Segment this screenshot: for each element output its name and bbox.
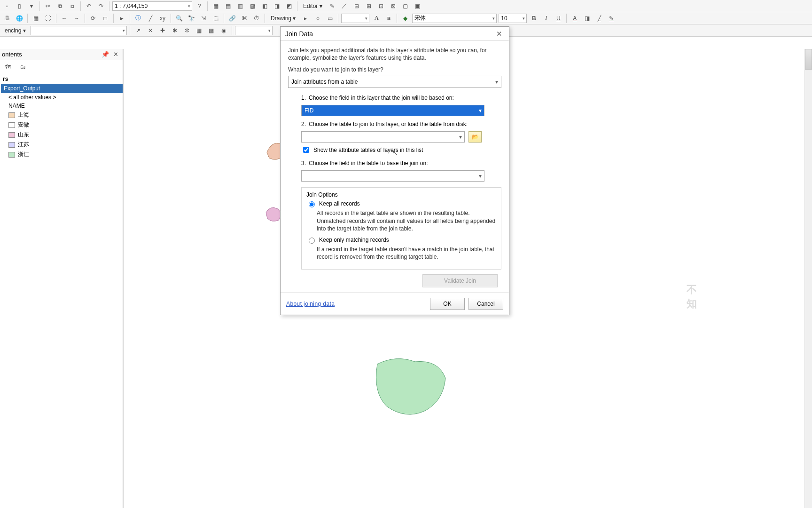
step1-field-select[interactable]: FID [301,105,484,116]
list-by-source-icon[interactable]: 🗂 [18,62,28,72]
tb-tool4-icon[interactable]: ▩ [247,1,258,11]
list-item[interactable]: 浙江 [0,150,123,159]
text-tool-icon[interactable]: A [371,13,382,24]
tb-new-icon[interactable]: ▫ [2,1,12,11]
tb-edit6-icon[interactable]: ⊠ [388,1,398,11]
forward-arrow-icon[interactable]: → [71,13,82,24]
close-icon[interactable]: ✕ [494,29,504,39]
tb-redo-icon[interactable]: ↷ [96,1,106,11]
binoculars-icon[interactable]: 🔭 [186,13,196,24]
stop-icon[interactable]: □ [100,13,110,24]
tb-paste-icon[interactable]: ⧈ [67,1,78,11]
tb-edit5-icon[interactable]: ⊡ [376,1,386,11]
georef7-icon[interactable]: ▩ [206,25,217,36]
list-item[interactable]: 山东 [0,130,123,140]
tb-edit2-icon[interactable]: ／ [339,1,350,11]
georef8-icon[interactable]: ◉ [219,25,229,36]
time-icon[interactable]: ⏱ [251,13,262,24]
find-icon[interactable]: 🔍 [174,13,184,24]
tb-tool1-icon[interactable]: ▦ [211,1,221,11]
ruler-icon[interactable]: ╱ [145,13,156,24]
info-icon[interactable]: ⓘ [133,13,143,24]
font-combo[interactable]: 宋体 [412,14,497,23]
tb-help-icon[interactable]: ? [194,1,204,11]
refresh-icon[interactable]: ⟳ [88,13,98,24]
georef6-icon[interactable]: ▦ [194,25,204,36]
globe-icon[interactable]: 🌐 [14,13,24,24]
join-method-select[interactable]: Join attributes from a table [288,76,501,88]
keep-matching-radio[interactable] [309,238,315,244]
georef5-icon[interactable]: ✲ [182,25,192,36]
select-icon[interactable]: ⬚ [211,13,221,24]
tb-save-icon[interactable]: ▾ [26,1,37,11]
raster-combo[interactable] [31,26,127,35]
layer-export-output[interactable]: Export_Output [1,84,123,93]
xy-icon[interactable]: xy [157,13,168,24]
swatch-icon[interactable]: ◆ [400,13,410,24]
fill-color-icon[interactable]: ◨ [582,13,592,24]
tb-open-icon[interactable]: ▯ [14,1,24,11]
font-color-icon[interactable]: A [570,13,580,24]
style-icon[interactable]: ≋ [383,13,394,24]
draw-pointer-icon[interactable]: ▸ [300,13,311,24]
close-panel-icon[interactable]: ✕ [110,49,121,60]
list-item[interactable]: 上海 [0,110,123,120]
zoom-fit-icon[interactable]: ▦ [31,13,41,24]
georef4-icon[interactable]: ✱ [170,25,180,36]
editor-dropdown[interactable]: Editor ▾ [300,3,325,9]
tb-tool2-icon[interactable]: ▤ [223,1,233,11]
cancel-button[interactable]: Cancel [468,298,503,310]
all-other-values[interactable]: < all other values > [0,93,123,102]
show-attr-checkbox[interactable] [303,147,309,153]
tb-edit4-icon[interactable]: ⊞ [364,1,374,11]
dialog-titlebar[interactable]: Join Data ✕ [281,27,509,41]
tb-edit8-icon[interactable]: ▣ [413,1,423,11]
tb-tool5-icon[interactable]: ◧ [259,1,270,11]
georef3-icon[interactable]: ✚ [157,25,168,36]
georef1-icon[interactable]: ↗ [133,25,143,36]
tb-undo-icon[interactable]: ↶ [84,1,94,11]
hyperlink-icon[interactable]: 🔗 [227,13,237,24]
draw-circle-icon[interactable]: ○ [312,13,323,24]
ok-button[interactable]: OK [430,298,465,310]
scale-combo[interactable]: 1 : 7,044,150 [112,1,192,11]
tb-edit7-icon[interactable]: ▢ [400,1,411,11]
browse-button[interactable]: 📂 [468,131,482,143]
name-field[interactable]: NAME [0,102,123,110]
vertical-scrollbar[interactable] [804,49,812,508]
font-size-combo[interactable]: 10 [499,14,527,23]
tb-tool7-icon[interactable]: ◩ [284,1,294,11]
line-color-icon[interactable]: ╱ [594,13,604,24]
tb-edit1-icon[interactable]: ✎ [327,1,337,11]
highlight-icon[interactable]: ✎ [606,13,617,24]
step3-field-select[interactable] [301,170,484,182]
tb-copy-icon[interactable]: ⧉ [55,1,65,11]
list-item[interactable]: 江苏 [0,140,123,150]
tb-tool6-icon[interactable]: ◨ [272,1,282,11]
underline-icon[interactable]: U [553,13,563,24]
print-icon[interactable]: 🖶 [2,13,12,24]
html-icon[interactable]: ⌘ [239,13,250,24]
poly-dropdown[interactable] [341,14,369,23]
list-item[interactable]: 安徽 [0,120,123,130]
tb-tool3-icon[interactable]: ▥ [235,1,245,11]
referencing-dropdown[interactable]: encing ▾ [2,27,29,34]
step2-table-select[interactable] [301,131,465,143]
text-combo[interactable] [235,26,273,35]
keep-all-radio[interactable] [309,201,315,207]
list-by-drawing-icon[interactable]: 🗺 [3,62,13,72]
italic-icon[interactable]: I [541,13,551,24]
pin-icon[interactable]: 📌 [100,49,110,60]
bold-icon[interactable]: B [529,13,539,24]
georef2-icon[interactable]: ✕ [145,25,156,36]
drawing-dropdown[interactable]: Drawing ▾ [268,15,298,22]
scroll-thumb[interactable] [805,49,812,70]
tb-cut-icon[interactable]: ✂ [43,1,53,11]
go-to-icon[interactable]: ⇲ [198,13,209,24]
about-link[interactable]: About joining data [286,301,335,307]
draw-rect-icon[interactable]: ▭ [325,13,335,24]
tb-edit3-icon[interactable]: ⊟ [351,1,362,11]
pointer-icon[interactable]: ▸ [117,13,127,24]
back-arrow-icon[interactable]: ← [59,13,70,24]
zoom-full-icon[interactable]: ⛶ [43,13,53,24]
